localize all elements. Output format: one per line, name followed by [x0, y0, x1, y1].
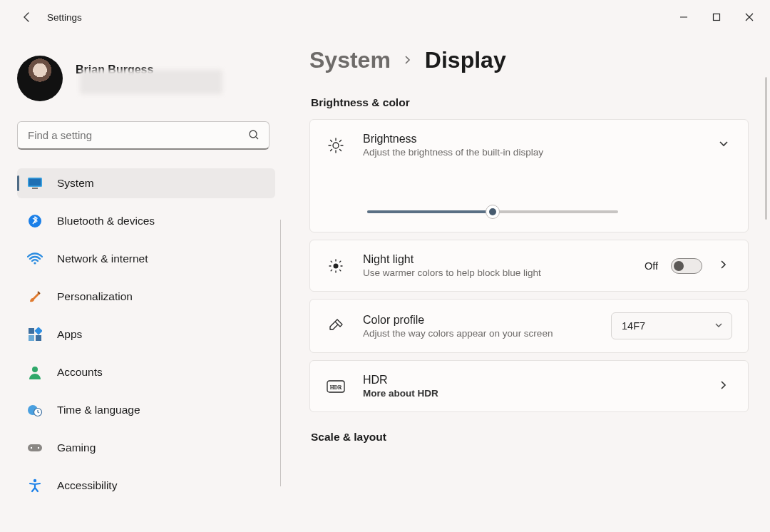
svg-point-11: [32, 367, 38, 372]
search-input[interactable]: [17, 121, 270, 150]
chevron-right-icon[interactable]: [715, 260, 732, 272]
night-light-state: Off: [645, 260, 658, 272]
hdr-card[interactable]: HDR HDR More about HDR: [309, 360, 749, 412]
hdr-link[interactable]: More about HDR: [363, 388, 591, 399]
svg-point-16: [38, 447, 39, 449]
nav-label: Gaming: [57, 441, 96, 454]
select-value: 14F7: [622, 320, 645, 332]
title-bar: Settings: [0, 0, 770, 34]
nav-label: Personalization: [57, 290, 133, 303]
color-profile-select[interactable]: 14F7: [611, 312, 732, 339]
svg-point-1: [250, 131, 257, 138]
nav-item-network[interactable]: Network & internet: [17, 244, 275, 274]
svg-rect-14: [28, 444, 42, 451]
svg-point-17: [34, 479, 36, 482]
back-button[interactable]: [17, 7, 37, 27]
chevron-down-icon: [714, 320, 723, 332]
content-scrollbar[interactable]: [765, 77, 767, 220]
svg-point-19: [334, 263, 339, 268]
slider-thumb[interactable]: [486, 205, 500, 219]
nav-label: Accessibility: [57, 479, 117, 492]
nav-item-gaming[interactable]: Gaming: [17, 433, 275, 463]
chevron-right-icon: [404, 54, 412, 67]
svg-text:HDR: HDR: [330, 384, 342, 390]
svg-point-18: [333, 143, 339, 148]
chevron-right-icon[interactable]: [715, 380, 732, 393]
close-button[interactable]: [733, 3, 766, 31]
night-light-title: Night light: [363, 253, 627, 266]
clock-globe-icon: [27, 402, 43, 418]
nav-item-accounts[interactable]: Accounts: [17, 357, 275, 387]
brush-icon: [27, 289, 43, 305]
content-area: System Display Brightness & color Bright…: [285, 34, 770, 532]
breadcrumb: System Display: [309, 47, 749, 73]
brightness-subtitle: Adjust the brightness of the built-in di…: [363, 147, 698, 158]
maximize-button[interactable]: [700, 3, 733, 31]
nav-item-bluetooth[interactable]: Bluetooth & devices: [17, 206, 275, 236]
color-profile-title: Color profile: [363, 314, 594, 327]
nav-item-time-language[interactable]: Time & language: [17, 395, 275, 425]
avatar: [17, 56, 63, 101]
minimize-button[interactable]: [667, 3, 700, 31]
brightness-slider[interactable]: [364, 205, 621, 219]
svg-rect-10: [36, 335, 41, 341]
user-header[interactable]: Brian Burgess: [17, 51, 275, 101]
monitor-icon: [27, 175, 43, 191]
nav-label: Time & language: [57, 404, 140, 416]
night-light-subtitle: Use warmer colors to help block blue lig…: [363, 267, 591, 278]
section-scale-layout: Scale & layout: [311, 431, 749, 444]
wifi-icon: [27, 251, 43, 267]
apps-icon: [27, 327, 43, 342]
nav-label: Accounts: [57, 366, 103, 379]
window-title: Settings: [47, 12, 82, 23]
nav-label: System: [57, 177, 94, 190]
svg-rect-0: [714, 14, 720, 21]
night-light-icon: [326, 257, 346, 275]
svg-rect-9: [29, 335, 34, 341]
night-light-card[interactable]: Night light Use warmer colors to help bl…: [309, 240, 749, 292]
window-controls: [667, 3, 766, 31]
nav-list: System Bluetooth & devices Network & int…: [17, 168, 275, 501]
sidebar: Brian Burgess System Bluetooth & devices: [0, 34, 285, 532]
nav-item-accessibility[interactable]: Accessibility: [17, 471, 275, 501]
search-wrap: [17, 121, 270, 150]
svg-point-6: [34, 262, 36, 264]
svg-rect-4: [32, 188, 38, 189]
user-email-redacted: [80, 70, 222, 94]
gamepad-icon: [27, 440, 43, 456]
eyedropper-icon: [326, 317, 346, 334]
sun-icon: [326, 137, 346, 154]
svg-rect-8: [34, 327, 42, 335]
nav-label: Apps: [57, 328, 82, 341]
accessibility-icon: [27, 478, 43, 493]
bluetooth-icon: [27, 213, 43, 229]
nav-item-apps[interactable]: Apps: [17, 319, 275, 349]
svg-rect-3: [29, 179, 41, 186]
section-brightness-color: Brightness & color: [311, 96, 749, 109]
night-light-toggle[interactable]: [671, 258, 702, 274]
color-profile-card: Color profile Adjust the way colors appe…: [309, 299, 749, 353]
nav-label: Bluetooth & devices: [57, 215, 155, 227]
breadcrumb-parent[interactable]: System: [309, 47, 391, 73]
chevron-down-icon[interactable]: [715, 139, 732, 152]
hdr-title: HDR: [363, 374, 698, 387]
sidebar-scrollbar[interactable]: [280, 220, 281, 486]
nav-item-personalization[interactable]: Personalization: [17, 282, 275, 312]
person-icon: [27, 364, 43, 380]
nav-item-system[interactable]: System: [17, 168, 275, 198]
hdr-icon: HDR: [326, 380, 346, 393]
search-icon: [248, 129, 260, 143]
svg-rect-7: [29, 328, 34, 334]
brightness-card[interactable]: Brightness Adjust the brightness of the …: [309, 119, 749, 232]
nav-label: Network & internet: [57, 252, 148, 265]
svg-point-15: [31, 447, 32, 449]
color-profile-subtitle: Adjust the way colors appear on your scr…: [363, 328, 591, 339]
breadcrumb-current: Display: [425, 47, 506, 73]
brightness-title: Brightness: [363, 133, 698, 145]
